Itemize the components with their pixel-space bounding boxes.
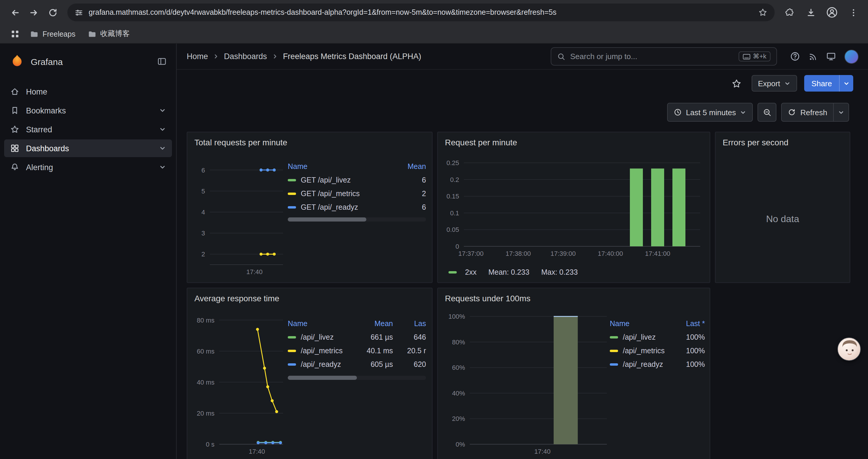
bookmark-star-icon[interactable] [758, 8, 768, 17]
scrollbar-thumb[interactable] [288, 218, 367, 222]
panel-requests-under-100ms: Requests under 100ms 100%80%60%40%20%0%1… [437, 288, 710, 459]
sidebar-item-label: Dashboards [26, 144, 69, 153]
chart-canvas-requests-per-minute[interactable]: 0.250.20.150.10.05017:37:0017:38:0017:39… [442, 155, 706, 263]
legend-series-name[interactable]: /api/_metrics [288, 347, 360, 355]
extensions-icon[interactable] [780, 4, 798, 21]
floating-assistant-avatar[interactable] [837, 337, 861, 361]
series-swatch [610, 336, 618, 338]
panel-title[interactable]: Errors per second [723, 138, 788, 147]
site-settings-icon[interactable] [74, 8, 83, 17]
legend-row[interactable]: /api/_readyz100% [610, 357, 705, 371]
refresh-button[interactable]: Refresh [782, 108, 833, 117]
legend-scrollbar[interactable] [288, 376, 426, 380]
chevron-down-icon[interactable] [159, 164, 166, 171]
legend-row[interactable]: /api/_metrics100% [610, 344, 705, 357]
panel-title[interactable]: Total requests per minute [194, 138, 287, 147]
sidebar-item-alerting[interactable]: Alerting [4, 158, 172, 176]
monitor-icon[interactable] [826, 52, 836, 61]
refresh-interval-chevron-icon[interactable] [833, 103, 848, 121]
legend-row[interactable]: /api/_livez661 µs646 [288, 330, 426, 344]
forward-icon[interactable] [25, 4, 42, 21]
bookmark-folder-freeleaps[interactable]: Freeleaps [25, 27, 80, 41]
chevron-down-icon[interactable] [159, 126, 166, 133]
zoom-out-icon [763, 108, 772, 117]
favorite-star-icon[interactable] [729, 76, 744, 91]
back-icon[interactable] [6, 4, 24, 21]
reload-icon[interactable] [44, 4, 61, 21]
rss-icon[interactable] [808, 52, 818, 61]
chart-canvas-avg-response-time[interactable]: 80 ms60 ms40 ms20 ms0 s17:40 [193, 311, 288, 459]
downloads-icon[interactable] [802, 4, 819, 21]
grafana-logo[interactable] [9, 54, 25, 69]
star-icon [10, 125, 20, 134]
svg-text:80%: 80% [452, 338, 465, 346]
svg-text:17:40: 17:40 [246, 268, 262, 275]
legend-series-name[interactable]: /api/_livez [610, 333, 672, 341]
legend-value: 100% [672, 333, 705, 341]
svg-text:20 ms: 20 ms [197, 410, 215, 417]
no-data-message: No data [716, 214, 850, 225]
legend-series-name[interactable]: GET /api/_readyz [288, 203, 393, 211]
legend-column-header[interactable]: Name [288, 162, 393, 170]
chevron-down-icon[interactable] [159, 107, 166, 114]
panel-title[interactable]: Average response time [194, 294, 279, 303]
export-button[interactable]: Export [751, 75, 797, 92]
share-button[interactable]: Share [804, 75, 839, 92]
help-icon[interactable] [790, 52, 800, 61]
legend-series-name[interactable]: /api/_readyz [610, 360, 672, 368]
share-menu-chevron-icon[interactable] [839, 75, 853, 92]
legend-series-name[interactable]: GET /api/_livez [288, 176, 393, 184]
chart-canvas-requests-under-100ms[interactable]: 100%80%60%40%20%0%17:40 [442, 311, 610, 459]
legend-2xx[interactable]: 2xx Mean: 0.233 Max: 0.233 [448, 268, 578, 276]
scrollbar-thumb[interactable] [288, 376, 357, 380]
bookmarks-bar: Freeleaps 收藏博客 [0, 25, 868, 44]
chevron-down-icon[interactable] [159, 145, 166, 152]
legend-column-header[interactable]: Last * [672, 319, 705, 328]
legend-row[interactable]: GET /api/_readyz6 [288, 200, 426, 214]
breadcrumb-home[interactable]: Home [187, 52, 208, 61]
sidebar-item-starred[interactable]: Starred [4, 121, 172, 138]
legend-series-name[interactable]: /api/_metrics [610, 347, 672, 355]
zoom-out-button[interactable] [758, 103, 777, 122]
svg-text:40 ms: 40 ms [197, 379, 215, 386]
legend-series-name[interactable]: /api/_livez [288, 333, 360, 341]
panel-title[interactable]: Request per minute [445, 138, 517, 147]
sidebar-item-dashboards[interactable]: Dashboards [4, 139, 172, 157]
search-input[interactable] [570, 52, 734, 61]
legend-row[interactable]: GET /api/_livez6 [288, 173, 426, 187]
legend-scrollbar[interactable] [288, 218, 426, 222]
legend-column-header[interactable]: Las [393, 319, 426, 328]
legend-column-header[interactable]: Name [288, 319, 360, 328]
svg-text:0.05: 0.05 [446, 226, 459, 233]
bookmark-label: 收藏博客 [100, 29, 130, 39]
legend-row[interactable]: /api/_metrics40.1 ms20.5 r [288, 344, 426, 357]
browser-menu-icon[interactable] [844, 4, 862, 21]
profile-avatar-icon[interactable] [823, 4, 841, 21]
bookmark-folder-blog[interactable]: 收藏博客 [83, 27, 134, 41]
breadcrumb: Home Dashboards Freeleaps Metrics Dashbo… [187, 52, 421, 61]
url-bar[interactable]: grafana.mathmast.com/d/deytv4rwavabkb/fr… [67, 4, 775, 21]
sidebar-item-home[interactable]: Home [4, 83, 172, 100]
chart-canvas-total-requests[interactable]: 6543217:40 [193, 155, 288, 284]
legend-table: NameLast */api/_livez100%/api/_metrics10… [610, 317, 705, 371]
legend-column-header[interactable]: Name [610, 319, 672, 328]
breadcrumb-dashboards[interactable]: Dashboards [224, 52, 267, 61]
legend-series-name[interactable]: GET /api/_metrics [288, 189, 393, 198]
sidebar-item-bookmarks[interactable]: Bookmarks [4, 102, 172, 119]
sidebar-toggle-icon[interactable] [157, 57, 167, 66]
legend-row[interactable]: /api/_livez100% [610, 330, 705, 344]
user-avatar[interactable] [844, 49, 859, 64]
time-range-picker[interactable]: Last 5 minutes [667, 103, 753, 122]
legend-row[interactable]: GET /api/_metrics2 [288, 187, 426, 200]
search-box[interactable]: ⌘+k [551, 47, 777, 66]
apps-grid-icon[interactable] [7, 26, 23, 42]
svg-text:17:38:00: 17:38:00 [505, 250, 531, 257]
legend-row[interactable]: /api/_readyz605 µs620 [288, 357, 426, 371]
legend-value: 20.5 r [393, 347, 426, 355]
legend-column-header[interactable]: Mean [360, 319, 393, 328]
legend-series-name[interactable]: /api/_readyz [288, 360, 360, 368]
legend-column-header[interactable]: Mean [393, 162, 426, 170]
refresh-button-group[interactable]: Refresh [781, 103, 849, 122]
panel-average-response-time: Average response time 80 ms60 ms40 ms20 … [187, 288, 433, 459]
panel-title[interactable]: Requests under 100ms [445, 294, 531, 303]
